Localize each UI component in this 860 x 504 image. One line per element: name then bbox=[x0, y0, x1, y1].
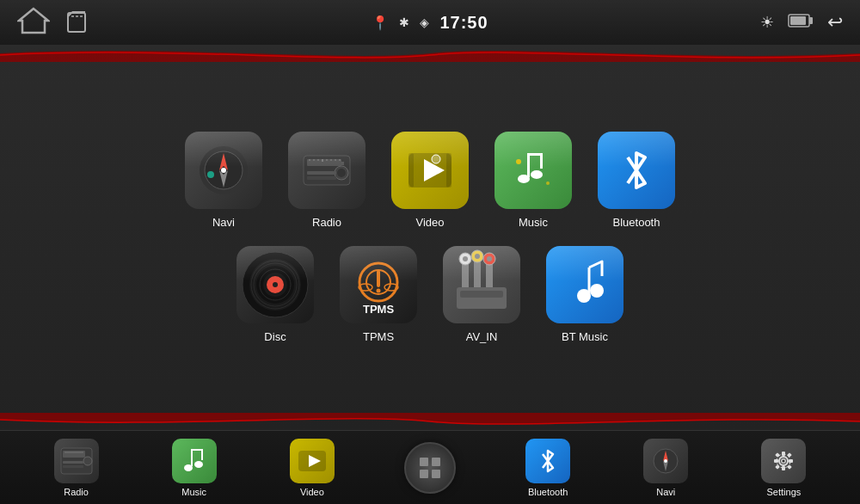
svg-rect-63 bbox=[474, 259, 481, 289]
app-disc[interactable]: Disc bbox=[236, 246, 314, 343]
back-icon[interactable]: ↩ bbox=[827, 11, 843, 34]
svg-point-74 bbox=[577, 289, 591, 303]
navi-icon bbox=[185, 132, 262, 209]
svg-point-86 bbox=[194, 461, 203, 468]
app-avin[interactable]: AV_IN bbox=[443, 246, 520, 343]
svg-rect-34 bbox=[408, 153, 414, 187]
svg-rect-82 bbox=[191, 449, 193, 466]
avin-icon bbox=[443, 246, 520, 323]
svg-rect-100 bbox=[782, 466, 785, 470]
svg-rect-89 bbox=[420, 458, 428, 466]
svg-point-71 bbox=[463, 256, 468, 261]
svg-point-30 bbox=[337, 169, 346, 177]
video-icon bbox=[391, 132, 469, 209]
svg-rect-32 bbox=[307, 176, 336, 180]
dock-navi[interactable]: Navi bbox=[636, 439, 696, 497]
svg-point-44 bbox=[546, 181, 550, 185]
svg-rect-8 bbox=[809, 17, 813, 24]
app-tpms[interactable]: TPMS TPMS bbox=[340, 246, 417, 343]
status-right: ☀ ↩ bbox=[760, 11, 843, 34]
avin-label: AV_IN bbox=[466, 330, 498, 343]
svg-text:TPMS: TPMS bbox=[363, 303, 394, 316]
status-left bbox=[17, 7, 86, 38]
battery-icon bbox=[788, 14, 814, 31]
app-navi[interactable]: Navi bbox=[185, 132, 262, 229]
svg-rect-84 bbox=[201, 449, 203, 460]
dock-bluetooth[interactable]: Bluetooth bbox=[518, 439, 578, 497]
dock-radio-label: Radio bbox=[64, 487, 89, 497]
main-content: Navi bbox=[0, 45, 860, 430]
signal-icon: ◈ bbox=[420, 15, 429, 29]
app-music[interactable]: Music bbox=[494, 132, 572, 229]
dock-home[interactable] bbox=[400, 442, 460, 494]
tpms-icon: TPMS bbox=[340, 246, 417, 323]
svg-rect-104 bbox=[788, 464, 793, 470]
app-radio[interactable]: Radio bbox=[288, 132, 366, 229]
svg-rect-39 bbox=[527, 153, 543, 156]
svg-point-70 bbox=[459, 253, 471, 265]
btmusic-label: BT Music bbox=[562, 330, 608, 343]
svg-rect-90 bbox=[432, 458, 440, 466]
svg-rect-40 bbox=[540, 153, 543, 169]
app-bluetooth[interactable]: Bluetooth bbox=[598, 132, 675, 229]
svg-point-67 bbox=[483, 253, 495, 265]
app-btmusic[interactable]: BT Music bbox=[546, 246, 624, 343]
dock-radio-icon bbox=[54, 439, 99, 483]
svg-rect-66 bbox=[486, 261, 493, 289]
sd-card-icon bbox=[67, 9, 86, 36]
svg-rect-83 bbox=[191, 449, 203, 451]
svg-point-15 bbox=[207, 171, 214, 178]
disc-label: Disc bbox=[264, 330, 286, 343]
status-center: 📍 ✱ ◈ 17:50 bbox=[372, 13, 488, 33]
red-wave-top bbox=[0, 45, 860, 62]
dock-bluetooth-label: Bluetooth bbox=[528, 487, 568, 497]
svg-rect-101 bbox=[774, 459, 778, 463]
dock-navi-icon bbox=[643, 439, 688, 483]
svg-rect-72 bbox=[457, 287, 507, 309]
svg-point-41 bbox=[518, 175, 530, 183]
radio-label: Radio bbox=[312, 216, 341, 229]
dock-settings[interactable]: Settings bbox=[753, 439, 814, 497]
svg-rect-20 bbox=[307, 159, 341, 166]
dock-music[interactable]: Music bbox=[164, 439, 224, 497]
dock-video-label: Video bbox=[300, 487, 324, 497]
dock-bluetooth-icon bbox=[525, 439, 570, 483]
svg-rect-92 bbox=[432, 470, 440, 478]
dock-settings-label: Settings bbox=[767, 487, 802, 497]
disc-icon bbox=[236, 246, 314, 323]
svg-rect-102 bbox=[789, 459, 793, 463]
svg-rect-105 bbox=[788, 452, 793, 458]
svg-point-43 bbox=[516, 159, 521, 164]
svg-rect-81 bbox=[63, 465, 83, 468]
svg-point-65 bbox=[475, 254, 480, 259]
dock-radio[interactable]: Radio bbox=[46, 439, 107, 497]
dock-home-icon bbox=[404, 442, 456, 494]
svg-rect-91 bbox=[420, 470, 428, 478]
btmusic-icon bbox=[546, 246, 624, 323]
home-icon[interactable] bbox=[17, 7, 50, 38]
svg-rect-9 bbox=[790, 16, 806, 25]
app-row-2: Disc TPMS TPMS bbox=[236, 246, 624, 343]
svg-rect-69 bbox=[462, 261, 469, 289]
app-row-1: Navi bbox=[185, 132, 675, 229]
svg-point-52 bbox=[273, 282, 278, 287]
svg-point-42 bbox=[531, 170, 543, 179]
status-bar: 📍 ✱ ◈ 17:50 ☀ ↩ bbox=[0, 0, 860, 45]
bluetooth-label: Bluetooth bbox=[613, 216, 660, 229]
svg-marker-0 bbox=[19, 9, 48, 33]
dock-video[interactable]: Video bbox=[282, 439, 342, 497]
dock-video-icon bbox=[290, 439, 335, 483]
bluetooth-status-icon: ✱ bbox=[399, 15, 409, 29]
dock-settings-icon bbox=[761, 439, 806, 483]
svg-point-108 bbox=[783, 459, 785, 462]
brightness-icon[interactable]: ☀ bbox=[760, 13, 774, 32]
svg-rect-31 bbox=[307, 171, 336, 175]
video-label: Video bbox=[415, 216, 444, 229]
music-label: Music bbox=[519, 216, 548, 229]
location-icon: 📍 bbox=[372, 15, 389, 31]
dock-navi-label: Navi bbox=[656, 487, 675, 497]
svg-rect-99 bbox=[782, 452, 785, 456]
bottom-dock: Radio Music Video bbox=[0, 430, 860, 504]
app-video[interactable]: Video bbox=[391, 132, 469, 229]
navi-label: Navi bbox=[212, 216, 235, 229]
